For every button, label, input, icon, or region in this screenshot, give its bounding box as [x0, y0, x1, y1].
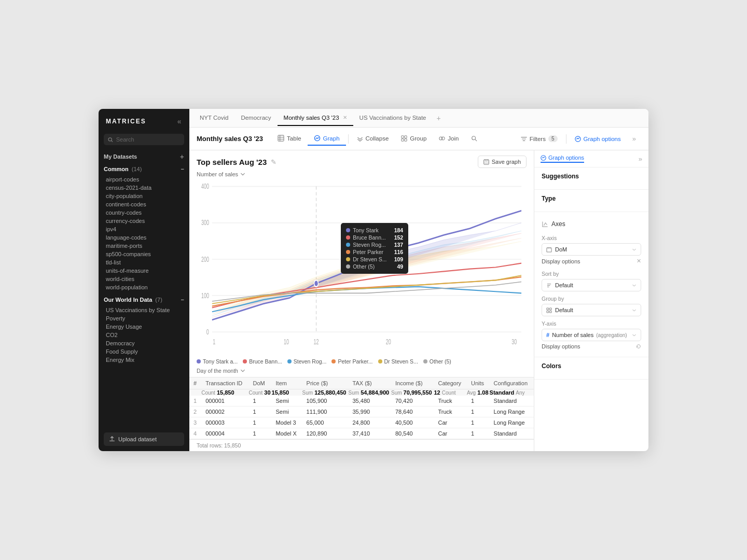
table-row: 3 000003 1 Model 3 65,000 24,800 40,500 … — [189, 417, 534, 428]
rp-header: Graph options » — [534, 150, 648, 167]
chevron-down-icon — [632, 308, 637, 313]
graph-options-tab-label: Graph options — [548, 155, 584, 161]
chart-title: Top sellers Aug '23 — [197, 158, 267, 166]
upload-dataset-button[interactable]: Upload dataset — [104, 432, 184, 446]
tab-us-vaccinations[interactable]: US Vaccinations by State — [353, 110, 433, 126]
group-button[interactable]: Group — [395, 132, 433, 146]
save-graph-button[interactable]: Save graph — [478, 156, 527, 168]
group-by-select[interactable]: Default — [542, 304, 641, 316]
sidebar-item[interactable]: Energy Mix — [104, 356, 184, 364]
cell-id: 000003 — [201, 417, 248, 428]
group-icon — [401, 135, 407, 142]
add-tab-button[interactable]: + — [433, 111, 445, 125]
sidebar-item[interactable]: language-codes — [104, 233, 184, 242]
legend-item[interactable]: Dr Steven S... — [378, 358, 418, 365]
sidebar-item[interactable]: currency-codes — [104, 217, 184, 225]
cell-item: Model 3 — [272, 417, 302, 428]
sidebar-item[interactable]: CO2 — [104, 331, 184, 339]
graph-view-button[interactable]: Graph — [308, 132, 346, 146]
col-price[interactable]: Price ($) — [302, 377, 349, 389]
cell-income: 40,500 — [391, 417, 434, 428]
sidebar-item[interactable]: Food Supply — [104, 347, 184, 356]
app-name: MATRICES — [106, 118, 146, 125]
y-axis-select[interactable]: # Number of sales (aggregation) — [542, 329, 641, 341]
sidebar-item[interactable]: sp500-companies — [104, 250, 184, 258]
sidebar-item[interactable]: country-codes — [104, 208, 184, 217]
sidebar-item[interactable]: Democracy — [104, 339, 184, 347]
svg-point-0 — [108, 137, 112, 141]
collapse-btn-label: Collapse — [366, 135, 389, 142]
cell-dom: 1 — [249, 407, 272, 417]
col-units[interactable]: Units — [467, 377, 490, 389]
legend-label: Steven Rog... — [294, 358, 327, 365]
sidebar-collapse-icon[interactable]: « — [177, 117, 182, 125]
col-config[interactable]: Configuration — [490, 377, 534, 389]
col-item[interactable]: Item — [272, 377, 302, 389]
row-num: 3 — [189, 417, 201, 428]
chevron-down-icon — [632, 333, 637, 338]
sidebar-item[interactable]: Poverty — [104, 314, 184, 323]
search-input[interactable] — [116, 136, 180, 143]
legend-item[interactable]: Other (5) — [423, 358, 451, 365]
sidebar-item[interactable]: Energy Usage — [104, 323, 184, 331]
graph-options-button[interactable]: Graph options — [570, 133, 626, 145]
tab-democracy[interactable]: Democracy — [234, 110, 277, 126]
legend-item[interactable]: Tony Stark a... — [197, 358, 238, 365]
expand-panel-button[interactable]: » — [627, 132, 641, 145]
display-options-close[interactable]: ✕ — [637, 258, 641, 264]
legend-item[interactable]: Bruce Bann... — [243, 358, 282, 365]
search-button[interactable] — [465, 132, 483, 146]
expand-right-panel[interactable]: » — [639, 155, 642, 163]
col-category[interactable]: Category — [434, 377, 467, 389]
legend-item[interactable]: Peter Parker... — [331, 358, 372, 365]
graph-options-btn-label: Graph options — [584, 136, 621, 142]
join-button[interactable]: Join — [433, 132, 465, 146]
svg-text:100: 100 — [201, 291, 209, 300]
sidebar-item[interactable]: ipv4 — [104, 225, 184, 233]
sidebar-item[interactable]: airport-codes — [104, 175, 184, 184]
display-options-refresh-icon[interactable] — [636, 344, 641, 349]
cell-dom: 1 — [249, 417, 272, 428]
chart-svg: 400 300 200 100 0 — [197, 178, 527, 356]
legend-dot — [197, 359, 201, 363]
sidebar-item[interactable]: census-2021-data — [104, 184, 184, 192]
sidebar-item[interactable]: city-population — [104, 192, 184, 200]
svg-text:0: 0 — [206, 328, 209, 336]
col-tax[interactable]: TAX ($) — [349, 377, 391, 389]
legend-item[interactable]: Steven Rog... — [287, 358, 327, 365]
tab-nyt-covid[interactable]: NYT Covid — [193, 110, 234, 126]
filters-button[interactable]: Filters 5 — [516, 133, 563, 145]
x-axis-select[interactable]: DoM — [542, 243, 641, 256]
cell-price: 111,900 — [302, 407, 349, 417]
cell-cat: Car — [434, 428, 467, 439]
agg-dom: Count 30 — [249, 389, 272, 396]
sidebar-item[interactable]: maritime-ports — [104, 242, 184, 250]
legend-label: Tony Stark a... — [203, 358, 238, 365]
sidebar-item[interactable]: units-of-measure — [104, 267, 184, 275]
table-view-button[interactable]: Table — [271, 132, 308, 146]
sidebar-item[interactable]: world-population — [104, 283, 184, 291]
col-dom[interactable]: DoM — [249, 377, 272, 389]
sidebar-item[interactable]: world-cities — [104, 275, 184, 283]
tab-close-icon[interactable]: ✕ — [343, 115, 347, 120]
sort-by-select[interactable]: Default — [542, 279, 641, 291]
common-collapse-icon[interactable]: − — [181, 166, 184, 172]
owid-collapse-icon[interactable]: − — [181, 297, 184, 303]
col-transaction-id[interactable]: Transaction ID — [201, 377, 248, 389]
edit-title-icon[interactable]: ✎ — [271, 158, 276, 166]
sidebar-item[interactable]: continent-codes — [104, 200, 184, 208]
tab-monthly-sales[interactable]: Monthly sales Q3 '23 ✕ — [278, 110, 353, 126]
cell-income: 70,420 — [391, 396, 434, 407]
col-income[interactable]: Income ($) — [391, 377, 434, 389]
sidebar-item[interactable]: US Vaccinations by State — [104, 306, 184, 314]
agg-units: Avg 1.08 — [467, 389, 490, 396]
svg-line-1 — [112, 141, 113, 142]
sidebar-item[interactable]: tld-list — [104, 258, 184, 267]
upload-icon — [109, 436, 115, 442]
add-dataset-icon[interactable]: + — [180, 152, 184, 161]
collapse-button[interactable]: Collapse — [351, 132, 395, 146]
y-label-dropdown-icon[interactable] — [240, 172, 245, 177]
x-label-dropdown-icon[interactable] — [240, 368, 245, 373]
x-axis-value: DoM — [555, 246, 567, 253]
rp-graph-options-tab[interactable]: Graph options — [541, 155, 584, 163]
